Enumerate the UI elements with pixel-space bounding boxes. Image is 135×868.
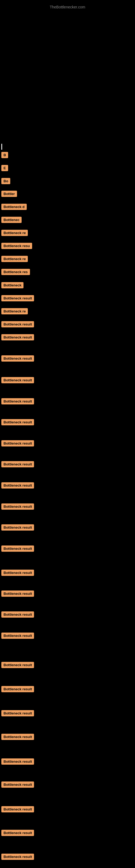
bottleneck-result-label: Bottlenec [1, 217, 21, 223]
site-title: TheBottlenecker.com [0, 2, 135, 12]
result-item: Bottleneck result [1, 295, 34, 303]
bottleneck-result-label: Bottleneck result [1, 686, 34, 692]
bottleneck-result-label: B [1, 152, 8, 158]
bottleneck-result-label: E [1, 165, 8, 171]
bottleneck-result-label: Bottleneck result [1, 830, 34, 836]
result-item: Bottleneck re [1, 256, 28, 263]
result-item: Bottleneck result [1, 419, 34, 426]
bottleneck-result-label: Bottleneck d [1, 204, 27, 210]
bottleneck-result-label: Bottleneck result [1, 781, 34, 788]
result-item: Bottlenec [1, 217, 21, 224]
result-item: B [1, 152, 8, 159]
result-item: E [1, 165, 8, 172]
bottleneck-result-label: Bottleneck result [1, 854, 34, 860]
result-item: Bo [1, 178, 10, 185]
bottleneck-result-label: Bottleneck result [1, 321, 34, 328]
bottleneck-result-label: Bo [1, 178, 10, 184]
cursor-line [1, 144, 2, 150]
bottleneck-result-label: Bottleneck result [1, 569, 34, 576]
bottleneck-result-label: Bottleneck result [1, 377, 34, 383]
result-item: Bottleneck result [1, 854, 34, 861]
result-item: Bottleneck result [1, 590, 34, 598]
result-item: Bottleneck re [1, 230, 28, 237]
bottleneck-result-label: Bottleneck result [1, 632, 34, 639]
result-item: Bottleneck [1, 282, 24, 289]
result-item: Bottleneck result [1, 806, 34, 813]
bottleneck-result-label: Bottleneck result [1, 611, 34, 618]
bottleneck-result-label: Bottleneck re [1, 256, 28, 262]
bottleneck-result-label: Bottleneck result [1, 482, 34, 489]
bottleneck-result-label: Bottleneck result [1, 419, 34, 425]
bottleneck-result-label: Bottleneck result [1, 758, 34, 765]
result-item: Bottleneck result [1, 569, 34, 577]
result-item: Bottleneck result [1, 355, 34, 363]
result-item: Bottleneck result [1, 524, 34, 532]
bottleneck-result-label: Bottleneck res [1, 269, 30, 275]
bottleneck-result-label: Bottleneck result [1, 295, 34, 301]
bottleneck-result-label: Bottleneck result [1, 806, 34, 812]
result-item: Bottleneck re [1, 308, 28, 315]
bottleneck-result-label: Bottleneck resu [1, 243, 32, 249]
bottleneck-result-label: Bottleneck result [1, 503, 34, 510]
result-item: Bottler [1, 191, 17, 198]
content-area: TheBottlenecker.com BEBoBottlerBottlenec… [0, 0, 135, 868]
result-item: Bottleneck result [1, 632, 34, 640]
bottleneck-result-label: Bottleneck result [1, 355, 34, 362]
result-item: Bottleneck result [1, 334, 34, 341]
bottleneck-result-label: Bottleneck result [1, 334, 34, 340]
bottleneck-result-label: Bottleneck result [1, 734, 34, 740]
bottleneck-result-label: Bottleneck result [1, 440, 34, 446]
bottleneck-result-label: Bottleneck re [1, 230, 28, 236]
result-item: Bottleneck d [1, 204, 27, 211]
result-item: Bottleneck result [1, 758, 34, 766]
result-item: Bottleneck result [1, 503, 34, 511]
result-item: Bottleneck result [1, 482, 34, 490]
result-item: Bottleneck result [1, 398, 34, 405]
bottleneck-result-label: Bottleneck result [1, 546, 34, 552]
result-item: Bottleneck result [1, 830, 34, 837]
bottleneck-result-label: Bottleneck result [1, 710, 34, 716]
result-item: Bottleneck result [1, 710, 34, 717]
result-item: Bottleneck result [1, 662, 34, 669]
bottleneck-result-label: Bottleneck result [1, 524, 34, 531]
bottleneck-result-label: Bottleneck result [1, 662, 34, 668]
result-item: Bottleneck result [1, 321, 34, 329]
result-item: Bottleneck result [1, 734, 34, 741]
result-item: Bottleneck result [1, 440, 34, 447]
bottleneck-result-label: Bottleneck result [1, 461, 34, 467]
bottleneck-result-label: Bottleneck result [1, 590, 34, 597]
result-item: Bottleneck result [1, 377, 34, 384]
result-item: Bottleneck resu [1, 243, 32, 250]
result-item: Bottleneck result [1, 461, 34, 468]
bottleneck-result-label: Bottleneck [1, 282, 24, 288]
bottleneck-result-label: Bottler [1, 191, 17, 197]
bottleneck-result-label: Bottleneck result [1, 398, 34, 404]
result-item: Bottleneck result [1, 686, 34, 693]
bottleneck-result-label: Bottleneck re [1, 308, 28, 314]
result-item: Bottleneck result [1, 611, 34, 619]
result-item: Bottleneck result [1, 546, 34, 553]
result-item: Bottleneck res [1, 269, 30, 276]
result-item: Bottleneck result [1, 781, 34, 789]
